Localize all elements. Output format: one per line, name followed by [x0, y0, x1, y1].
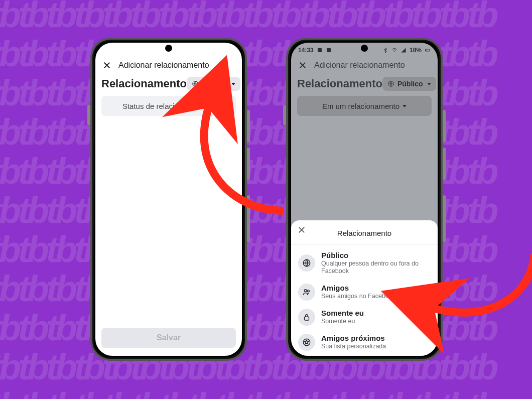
- page-title: Adicionar relacionamento: [314, 61, 405, 70]
- audience-selector-button[interactable]: Público: [187, 77, 240, 91]
- screen-left: Adicionar relacionamento Relacionamento …: [95, 43, 242, 356]
- page-title: Adicionar relacionamento: [118, 61, 209, 70]
- phone-right: 14:33 18% Adicionar relacionamento Relac…: [286, 38, 443, 361]
- phone-left: Adicionar relacionamento Relacionamento …: [90, 38, 247, 361]
- option-label: Somente eu: [321, 309, 364, 317]
- friends-icon: [298, 284, 315, 301]
- close-icon: [298, 61, 307, 70]
- svg-rect-5: [426, 50, 427, 51]
- svg-point-9: [307, 290, 309, 292]
- svg-rect-4: [430, 50, 430, 51]
- wifi-icon: [391, 47, 397, 53]
- svg-rect-1: [318, 48, 322, 52]
- option-label: Amigos: [321, 284, 395, 292]
- save-button-label: Salvar: [157, 333, 181, 342]
- chevron-down-icon: [427, 83, 431, 85]
- option-subtitle: Qualquer pessoa dentro ou fora do Facebo…: [321, 260, 431, 276]
- phone-side-button: [443, 195, 446, 242]
- save-button[interactable]: Salvar: [101, 328, 236, 348]
- screen-right: 14:33 18% Adicionar relacionamento Relac…: [291, 43, 438, 356]
- section-title: Relacionamento: [101, 77, 187, 90]
- phone-side-button: [87, 105, 90, 125]
- globe-icon: [192, 80, 199, 87]
- option-subtitle: Sua lista personalizada: [321, 343, 386, 351]
- section-bar: Relacionamento Público: [95, 75, 242, 96]
- star-icon: [298, 334, 315, 351]
- lock-icon: [298, 309, 315, 326]
- sheet-close-button[interactable]: [297, 225, 306, 234]
- relationship-status-label: Status de relacionamento: [122, 102, 208, 110]
- relationship-status-label: Em um relacionamento: [322, 102, 400, 110]
- sheet-header: Relacionamento: [291, 225, 438, 245]
- phone-side-button: [443, 148, 446, 180]
- phone-side-button: [443, 110, 446, 142]
- svg-rect-2: [327, 48, 331, 52]
- audience-option-close-friends[interactable]: Amigos próximos Sua lista personalizada: [291, 330, 438, 355]
- chevron-down-icon: [403, 105, 407, 107]
- audience-option-friends[interactable]: Amigos Seus amigos no Facebook: [291, 280, 438, 305]
- audience-label: Público: [397, 80, 423, 88]
- statusbar-battery-text: 18%: [410, 47, 422, 54]
- phone-camera: [165, 45, 172, 52]
- option-subtitle: Seus amigos no Facebook: [321, 293, 395, 301]
- section-bar: Relacionamento Público: [291, 75, 438, 96]
- sheet-title: Relacionamento: [337, 229, 391, 237]
- close-icon: [297, 225, 306, 234]
- phone-side-button: [247, 195, 250, 242]
- relationship-status-selector[interactable]: Em um relacionamento: [297, 96, 432, 116]
- svg-point-8: [304, 290, 307, 292]
- phone-side-button: [247, 148, 250, 180]
- option-label: Amigos próximos: [321, 334, 386, 342]
- audience-option-public[interactable]: Público Qualquer pessoa dentro ou fora d…: [291, 247, 438, 280]
- statusbar-time: 14:33: [298, 47, 314, 54]
- statusbar-app-icon: [317, 47, 323, 53]
- page-header: Adicionar relacionamento: [95, 58, 242, 75]
- audience-bottom-sheet: Relacionamento Público Qualquer pessoa d…: [291, 220, 438, 356]
- page-header: Adicionar relacionamento: [291, 58, 438, 75]
- bluetooth-icon: [382, 47, 388, 53]
- phone-side-button: [283, 105, 286, 125]
- close-button[interactable]: [102, 61, 111, 70]
- statusbar-app-icon: [326, 47, 332, 53]
- chevron-down-icon: [211, 105, 215, 107]
- audience-option-only-me[interactable]: Somente eu Somente eu: [291, 305, 438, 330]
- close-icon: [102, 61, 111, 70]
- phone-side-button: [247, 110, 250, 142]
- audience-selector-button[interactable]: Público: [382, 77, 436, 91]
- option-label: Público: [321, 251, 431, 259]
- chevron-down-icon: [231, 83, 235, 85]
- audience-label: Público: [202, 80, 227, 88]
- globe-icon: [387, 80, 394, 87]
- close-button[interactable]: [298, 61, 307, 70]
- relationship-status-selector[interactable]: Status de relacionamento: [101, 96, 236, 116]
- option-subtitle: Somente eu: [321, 318, 364, 326]
- globe-icon: [298, 254, 315, 272]
- svg-rect-10: [305, 317, 309, 320]
- battery-icon: [425, 47, 431, 53]
- section-title: Relacionamento: [297, 77, 382, 90]
- signal-icon: [401, 47, 407, 53]
- phone-camera: [361, 45, 368, 52]
